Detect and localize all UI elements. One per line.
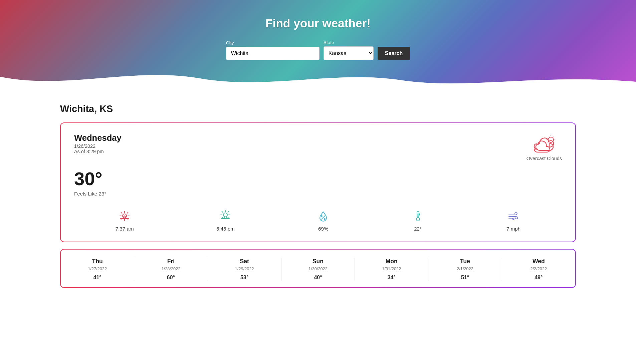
main-content: Wichita, KS Wednesday 1/26/2022 As of 8:… xyxy=(0,90,636,301)
forecast-day-name: Wed xyxy=(533,258,545,265)
stat-wind: 7 mph xyxy=(506,210,520,232)
today-date: 1/26/2022 xyxy=(74,143,122,149)
svg-point-0 xyxy=(548,137,554,142)
forecast-temp: 53° xyxy=(240,275,248,281)
location-heading: Wichita, KS xyxy=(60,103,576,114)
svg-line-17 xyxy=(127,213,128,214)
today-header: Wednesday 1/26/2022 As of 8:29 pm xyxy=(74,133,562,161)
today-feels-like: Feels Like 23° xyxy=(74,191,562,197)
forecast-day: Fri 1/28/2022 60° xyxy=(134,258,208,281)
stat-sunrise: 7:37 am xyxy=(116,210,134,232)
forecast-day-name: Sun xyxy=(312,258,324,265)
search-button[interactable]: Search xyxy=(378,47,410,60)
stat-humidity: 69% xyxy=(317,210,329,232)
forecast-card: Thu 1/27/2022 41° Fri 1/28/2022 60° Sat … xyxy=(60,249,576,288)
today-left: Wednesday 1/26/2022 As of 8:29 pm xyxy=(74,133,122,154)
sunset-value: 5:45 pm xyxy=(216,226,235,232)
forecast-temp: 41° xyxy=(93,275,101,281)
stat-sunset: 5:45 pm xyxy=(216,210,235,232)
city-input[interactable] xyxy=(226,47,320,60)
header: Find your weather! City State AlabamaAla… xyxy=(0,0,636,90)
wind-value: 7 mph xyxy=(506,226,520,232)
forecast-day: Mon 1/31/2022 34° xyxy=(355,258,428,281)
sunrise-value: 7:37 am xyxy=(116,226,134,232)
today-temperature: 30° xyxy=(74,168,562,190)
page-title: Find your weather! xyxy=(265,17,371,30)
forecast-day: Tue 2/1/2022 51° xyxy=(428,258,502,281)
forecast-day-date: 1/30/2022 xyxy=(308,266,328,271)
state-select[interactable]: AlabamaAlaskaArizonaArkansasCaliforniaCo… xyxy=(324,46,374,60)
svg-line-6 xyxy=(554,142,554,143)
forecast-day-date: 1/28/2022 xyxy=(161,266,180,271)
forecast-day-name: Mon xyxy=(386,258,398,265)
svg-point-29 xyxy=(321,216,322,217)
forecast-day: Thu 1/27/2022 41° xyxy=(61,258,134,281)
overcast-clouds-icon xyxy=(531,133,558,153)
forecast-row: Thu 1/27/2022 41° Fri 1/28/2022 60° Sat … xyxy=(61,258,575,281)
forecast-temp: 40° xyxy=(314,275,322,281)
humidity-value: 69% xyxy=(318,226,328,232)
city-label: City xyxy=(226,40,320,45)
today-day-name: Wednesday xyxy=(74,133,122,143)
forecast-day-date: 2/1/2022 xyxy=(457,266,473,271)
svg-line-7 xyxy=(548,142,548,143)
svg-line-5 xyxy=(548,137,548,137)
forecast-day-date: 2/2/2022 xyxy=(530,266,547,271)
forecast-day-date: 1/31/2022 xyxy=(382,266,401,271)
forecast-day-name: Sat xyxy=(240,258,249,265)
search-form: City State AlabamaAlaskaArizonaArkansasC… xyxy=(226,40,410,60)
sunrise-icon xyxy=(119,210,131,223)
sunset-icon xyxy=(219,210,231,223)
wave-decoration xyxy=(0,67,636,90)
forecast-temp: 34° xyxy=(388,275,396,281)
weather-icon-area: Overcast Clouds xyxy=(526,133,562,161)
forecast-day-name: Tue xyxy=(460,258,470,265)
svg-line-23 xyxy=(222,212,223,213)
today-as-of: As of 8:29 pm xyxy=(74,149,122,154)
svg-line-14 xyxy=(121,213,122,214)
weather-description: Overcast Clouds xyxy=(526,156,562,161)
forecast-day: Sun 1/30/2022 40° xyxy=(281,258,355,281)
forecast-day-name: Thu xyxy=(92,258,103,265)
stat-dewpoint: 22° xyxy=(412,210,424,232)
thermometer-icon xyxy=(412,210,424,223)
forecast-day-name: Fri xyxy=(167,258,175,265)
svg-line-26 xyxy=(228,212,229,213)
svg-point-32 xyxy=(416,218,420,221)
today-weather-card: Wednesday 1/26/2022 As of 8:29 pm xyxy=(60,122,576,242)
forecast-day: Wed 2/2/2022 49° xyxy=(502,258,575,281)
stats-row: 7:37 am xyxy=(74,207,562,232)
forecast-temp: 49° xyxy=(535,275,543,281)
state-field-group: State AlabamaAlaskaArizonaArkansasCalifo… xyxy=(324,40,374,60)
forecast-day-date: 1/29/2022 xyxy=(235,266,254,271)
forecast-day: Sat 1/29/2022 53° xyxy=(208,258,281,281)
forecast-temp: 60° xyxy=(167,275,175,281)
forecast-temp: 51° xyxy=(461,275,469,281)
humidity-icon xyxy=(317,210,329,223)
svg-line-8 xyxy=(554,137,554,137)
city-field-group: City xyxy=(226,40,320,60)
state-label: State xyxy=(324,40,374,45)
wind-icon xyxy=(507,210,519,223)
forecast-day-date: 1/27/2022 xyxy=(88,266,107,271)
dewpoint-value: 22° xyxy=(414,226,422,232)
svg-point-30 xyxy=(324,219,325,220)
svg-point-19 xyxy=(223,213,227,217)
